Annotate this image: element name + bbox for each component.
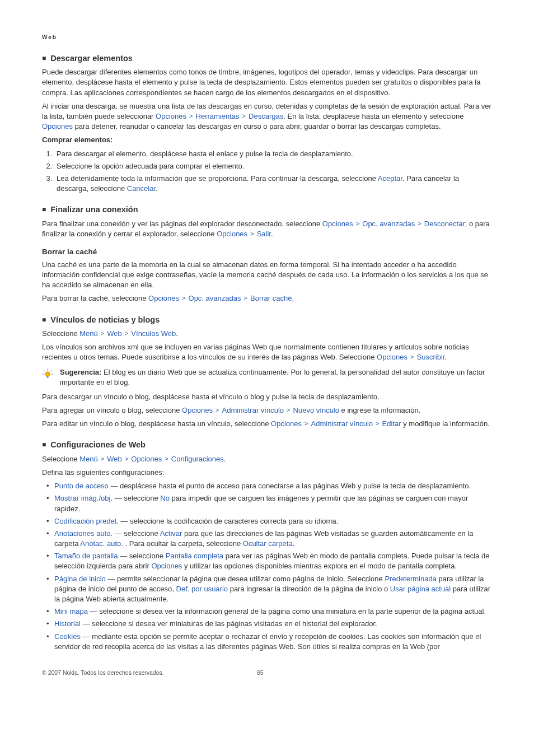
text: y modifique la información. <box>401 419 490 428</box>
config-key: Anotaciones auto. <box>54 529 113 538</box>
text: Para agregar un vínculo o blog, seleccio… <box>42 406 182 414</box>
path-separator: > <box>98 455 107 462</box>
step-item: Seleccione la opción adecuada para compr… <box>54 161 492 171</box>
list-item: Mostrar imág./obj. — seleccione No para … <box>54 493 492 514</box>
text: para detener, reanudar o cancelar las de… <box>73 122 441 130</box>
config-key: Tamaño de pantalla <box>54 552 118 560</box>
para: Seleccione Menú > Web > Vínculos Web. <box>42 329 492 339</box>
option-value: Anotac. auto. <box>80 539 123 548</box>
text: — desplácese hasta el punto de acceso pa… <box>109 482 471 490</box>
para: Para editar un vínculo o blog, despláces… <box>42 419 492 429</box>
menu-path-link: Opciones <box>148 294 179 302</box>
text: — seleccione si desea ver miniaturas de … <box>81 619 377 628</box>
text: — seleccione <box>113 529 160 538</box>
tip-block: Sugerencia: El blog es un diario Web que… <box>42 367 492 388</box>
list-item: Historial — seleccione si desea ver mini… <box>54 619 492 629</box>
path-separator: > <box>241 295 250 301</box>
menu-path-link: Suscribir <box>417 353 445 361</box>
menu-path-link: Opciones <box>377 353 407 361</box>
config-key: Mini mapa <box>54 607 88 615</box>
path-separator: > <box>122 330 132 337</box>
menu-path-link: Web <box>107 455 122 463</box>
text: e ingrese la información. <box>339 406 420 414</box>
path-separator: > <box>353 220 363 227</box>
text: . <box>271 230 273 238</box>
svg-point-5 <box>45 371 50 376</box>
menu-path-link: Opciones <box>271 419 302 428</box>
menu-path-link: Salir <box>257 230 271 238</box>
config-key: Página de inicio <box>54 575 106 583</box>
subsection-clear-cache: Borrar la caché <box>42 247 492 258</box>
list-item: Cookies — mediante esta opción se permit… <box>54 632 492 652</box>
para: Para descargar un vínculo o blog, desplá… <box>42 392 492 402</box>
path-separator: > <box>98 330 107 337</box>
menu-path-link: Herramientas <box>196 112 240 120</box>
config-key: Mostrar imág./obj. <box>54 494 113 502</box>
text: . <box>176 329 178 338</box>
option-accept: Aceptar <box>378 174 402 183</box>
running-header: Web <box>42 34 492 41</box>
text: — mediante esta opción se permite acepta… <box>54 632 481 651</box>
option-value: Opciones <box>151 562 182 570</box>
list-item: Anotaciones auto. — seleccione Activar p… <box>54 529 492 549</box>
para: Seleccione Menú > Web > Opciones > Confi… <box>42 454 492 464</box>
svg-line-2 <box>50 370 51 371</box>
menu-path-link: Opciones <box>217 230 247 238</box>
menu-path-link: Opc. avanzadas <box>362 220 415 228</box>
page-footer: © 2007 Nokia. Todos los derechos reserva… <box>42 669 492 677</box>
option-value: Pantalla completa <box>166 552 223 560</box>
para: Para finalizar una conexión y ver las pá… <box>42 219 492 239</box>
text: . <box>444 353 447 361</box>
list-item: Tamaño de pantalla — seleccione Pantalla… <box>54 551 492 571</box>
svg-rect-6 <box>46 376 48 378</box>
text: . <box>293 539 295 548</box>
menu-path-link: Configuraciones <box>171 455 224 463</box>
para: Una caché es una parte de la memoria en … <box>42 260 492 291</box>
section-download-elements: Descargar elementos <box>42 53 492 64</box>
menu-path-link: Menú <box>79 329 98 338</box>
config-key: Cookies <box>54 632 81 641</box>
sub-heading-buy: Comprar elementos: <box>42 135 492 145</box>
step-item: Para descargar el elemento, desplácese h… <box>54 149 492 159</box>
para: Puede descargar diferentes elementos com… <box>42 67 492 98</box>
path-separator: > <box>247 230 257 237</box>
text: . <box>224 455 226 463</box>
text: Para finalizar una conexión y ver las pá… <box>42 220 322 228</box>
menu-path-link: Menú <box>79 455 98 463</box>
para: Para borrar la caché, seleccione Opcione… <box>42 293 492 304</box>
menu-path-link: Administrar vínculo <box>311 419 373 428</box>
path-separator: > <box>415 220 424 227</box>
text: . En la lista, desplácese hasta un eleme… <box>283 112 463 120</box>
menu-path-link: Administrar vínculo <box>222 406 284 414</box>
config-key: Historial <box>54 619 81 628</box>
menu-path-link: Web <box>107 329 122 338</box>
option-value: No <box>160 494 170 502</box>
step-item: Lea detenidamente toda la información qu… <box>54 174 492 194</box>
path-separator: > <box>240 113 249 119</box>
para: Para agregar un vínculo o blog, seleccio… <box>42 405 492 416</box>
option-value: Predeterminada <box>385 575 437 583</box>
option-value: Ocultar carpeta <box>243 539 293 548</box>
text: Seleccione <box>42 329 79 338</box>
tip-label: Sugerencia: <box>60 368 104 376</box>
svg-line-1 <box>44 370 45 371</box>
text: y utilizar las opciones disponibles mien… <box>182 562 457 570</box>
list-item: Punto de acceso — desplácese hasta el pu… <box>54 481 492 491</box>
para: Al iniciar una descarga, se muestra una … <box>42 101 492 132</box>
menu-path-link: Opc. avanzadas <box>189 294 241 302</box>
section-end-connection: Finalizar una conexión <box>42 204 492 215</box>
menu-path-link: Opciones <box>156 112 186 120</box>
text: — seleccione <box>118 552 165 560</box>
menu-path-link: Opciones <box>182 406 213 414</box>
path-separator: > <box>162 455 171 462</box>
text: Lea detenidamente toda la información qu… <box>57 174 378 183</box>
tip-text: Sugerencia: El blog es un diario Web que… <box>60 367 492 388</box>
option-value: Activar <box>160 529 182 538</box>
section-web-config: Configuraciones de Web <box>42 439 492 450</box>
text: para ingresar la dirección de la página … <box>228 585 390 593</box>
text: Seleccione <box>42 455 79 463</box>
text: Para borrar la caché, seleccione <box>42 294 148 302</box>
config-key: Codificación predet. <box>54 517 119 525</box>
path-separator: > <box>186 113 196 119</box>
path-separator: > <box>122 455 132 462</box>
